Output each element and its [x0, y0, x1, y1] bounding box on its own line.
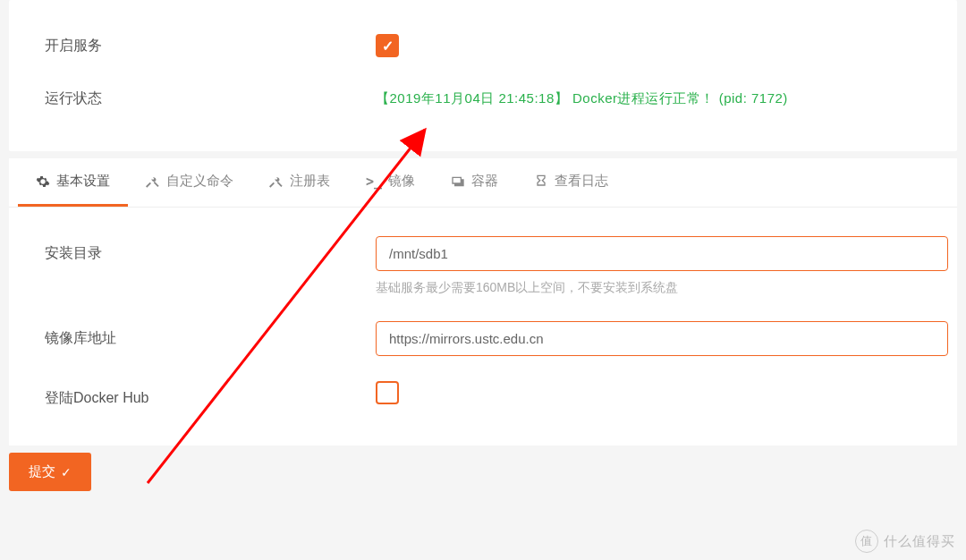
submit-button[interactable]: 提交 — [9, 453, 91, 491]
mirror-url-input[interactable] — [376, 321, 948, 356]
terminal-icon: >_ — [366, 174, 382, 190]
tab-images[interactable]: >_ 镜像 — [348, 158, 433, 207]
install-dir-label: 安装目录 — [9, 236, 376, 263]
tabs-bar: 基本设置 自定义命令 注册表 >_ 镜像 容器 查看日志 — [9, 158, 957, 208]
tab-label: 自定义命令 — [166, 173, 233, 190]
tab-registry[interactable]: 注册表 — [251, 158, 348, 207]
status-label: 运行状态 — [9, 89, 376, 108]
login-dockerhub-checkbox[interactable] — [376, 381, 399, 404]
enable-service-checkbox[interactable] — [376, 34, 399, 57]
tab-label: 注册表 — [290, 173, 330, 190]
install-dir-hint: 基础服务最少需要160MB以上空间，不要安装到系统盘 — [376, 280, 957, 296]
tab-custom-commands[interactable]: 自定义命令 — [128, 158, 251, 207]
tab-label: 基本设置 — [56, 173, 110, 190]
login-dockerhub-label: 登陆Docker Hub — [9, 381, 376, 408]
submit-button-label: 提交 — [29, 463, 55, 480]
status-text: 【2019年11月04日 21:45:18】 Docker进程运行正常！ (pi… — [376, 90, 788, 106]
gear-icon — [36, 174, 50, 189]
watermark-text: 什么值得买 — [884, 533, 955, 550]
enable-service-label: 开启服务 — [9, 37, 376, 55]
tab-label: 镜像 — [388, 173, 415, 190]
tab-logs[interactable]: 查看日志 — [516, 158, 626, 207]
mirror-url-label: 镜像库地址 — [9, 321, 376, 348]
install-dir-input[interactable] — [376, 236, 948, 271]
tools-icon — [269, 174, 284, 189]
watermark: 值 什么值得买 — [855, 530, 955, 553]
tools-icon — [146, 174, 160, 189]
tab-label: 查看日志 — [555, 173, 608, 190]
watermark-icon: 值 — [855, 530, 878, 553]
tab-basic-settings[interactable]: 基本设置 — [18, 158, 128, 207]
container-icon — [451, 174, 465, 189]
tab-label: 容器 — [471, 173, 498, 190]
tab-containers[interactable]: 容器 — [433, 158, 516, 207]
hourglass-icon — [534, 174, 548, 189]
